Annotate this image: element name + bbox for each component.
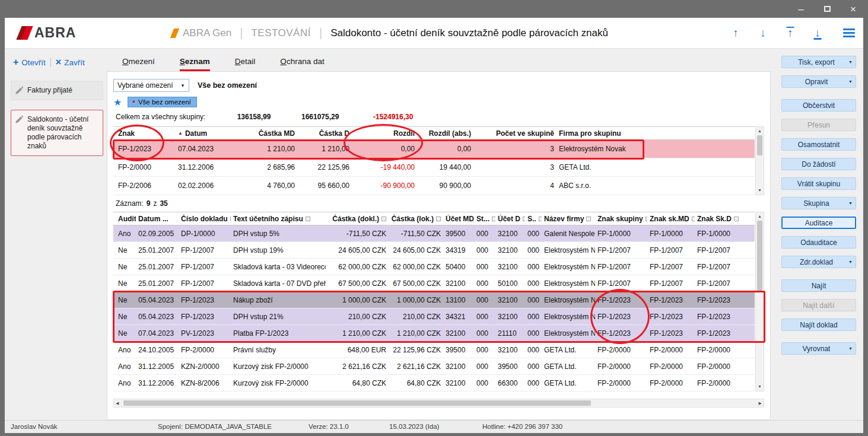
groups-grid-scrollbar[interactable]: ▲ ▼ (755, 126, 764, 195)
column-header-rozdil[interactable]: Rozdíl (352, 129, 417, 138)
action-button-najit[interactable]: Najít (781, 279, 856, 292)
column-header-datum[interactable]: ▲Datum (176, 129, 232, 138)
summary-md-total: 136158,99 (205, 113, 271, 121)
column-filter-box[interactable] (734, 217, 739, 221)
sidebar-item-saldokonto-ucetni-denik-souvzt[interactable]: Saldokonto - účetní deník souvztažně pod… (11, 110, 103, 156)
column-header-rozdil-abs[interactable]: Rozdíl (abs.) (417, 129, 473, 138)
column-header-ucet-d[interactable]: Účet D (495, 215, 525, 223)
table-row[interactable]: Ne25.01.2007FP-1/2007DPH vstup 19%24 605… (113, 242, 755, 259)
table-row[interactable]: FP-2/000031.12.20062 685,9622 125,96-19 … (113, 158, 755, 177)
maximize-button[interactable] (822, 4, 832, 14)
column-header-castka-d[interactable]: Částka D (297, 129, 352, 138)
sidebar-item-faktury-prijate[interactable]: Faktury přijaté (11, 81, 103, 100)
scroll-down-icon[interactable]: ▼ (758, 383, 762, 390)
tab-detail[interactable]: Detail (235, 57, 256, 71)
cell-nazev-firmy: GETA Ltd. (542, 362, 595, 371)
table-row[interactable]: Ne05.04.2023FP-1/2023DPH vstup 21%210,00… (113, 308, 755, 325)
nav-down-icon[interactable]: ↓ (756, 26, 770, 40)
star-icon[interactable]: ★ (113, 97, 122, 108)
table-row[interactable]: Ano31.12.2005KZN-2/0000Kurzový zisk FP-2… (113, 358, 755, 375)
table-row[interactable]: Ne25.01.2007FP-1/2007Skladová karta - 03… (113, 259, 755, 275)
column-header-nazev-firmy[interactable]: Název firmy (542, 215, 595, 223)
column-header-castka-md[interactable]: Částka MD (232, 129, 297, 138)
column-header-castka-lok[interactable]: Částka (lok.) (389, 215, 443, 223)
action-button-vyrovnat[interactable]: Vyrovnat▼ (781, 342, 856, 355)
table-row[interactable]: Ano02.09.2005DP-1/0000DPH vstup 5%-711,5… (113, 225, 755, 242)
cell-datum: 07.04.2023 (136, 329, 179, 338)
column-header-pocet-ve-skupine[interactable]: Počet ve skupině (473, 129, 557, 138)
column-header-znak-sk-md[interactable]: Znak sk.MD (647, 215, 695, 223)
cell-audit: Ne (113, 296, 136, 304)
journal-grid-scrollbar[interactable]: ▲ ▼ (755, 212, 764, 392)
column-header-ucet-md[interactable]: Účet MD (443, 215, 474, 223)
cell-znak-sk-d: FP-2/0000 (695, 346, 739, 354)
column-header-cislo-dokladu[interactable]: Číslo dokladu (179, 215, 231, 223)
action-button-label: Tisk, export (798, 58, 835, 66)
left-panel: + Otevřít × Zavřít Faktury přijatéSaldok… (5, 49, 107, 420)
scrollbar-thumb[interactable] (757, 221, 762, 292)
column-header-s[interactable]: S.. (525, 215, 542, 223)
column-header-znak-sk-d[interactable]: Znak Sk.D (695, 215, 739, 223)
action-button-najit-dalsi[interactable]: Najít další (781, 299, 856, 311)
nav-last-icon[interactable]: ↓ (811, 26, 824, 40)
table-row[interactable]: Ne05.04.2023FP-1/2023Nákup zboží1 000,00… (113, 292, 755, 308)
action-button-osamostatnit[interactable]: Osamostatnit (781, 138, 856, 151)
nav-up-icon[interactable]: ↑ (729, 26, 742, 40)
action-button-do-zadosti[interactable]: Do žádostí (781, 158, 856, 170)
table-row[interactable]: FP-2/200602.02.20064 760,0095 660,00-90 … (113, 177, 755, 195)
table-row[interactable]: Ne25.01.2007FP-1/2007Skladová karta - 07… (113, 275, 755, 292)
column-header-audit[interactable]: Audit (113, 215, 136, 223)
tab-ochrana-dat[interactable]: Ochrana dat (280, 57, 324, 71)
nav-first-icon[interactable]: ↑ (784, 26, 797, 40)
tab-omezeni[interactable]: Omezení (122, 57, 155, 71)
column-header-castka-dokl[interactable]: Částka (dokl.) (326, 215, 389, 223)
column-header-text-ucetniho-zapisu[interactable]: Text účetního zápisu (231, 215, 326, 223)
tab-seznam[interactable]: Seznam (180, 57, 210, 71)
action-button-skupina[interactable]: Skupina▼ (781, 197, 856, 209)
action-button-odauditace[interactable]: Odauditace (781, 236, 856, 249)
column-filter-box[interactable] (381, 217, 386, 221)
column-filter-box[interactable] (586, 217, 591, 221)
column-header-znak-skupiny[interactable]: Znak skupiny (595, 215, 647, 223)
dropdown-arrow-icon: ▼ (848, 60, 853, 64)
scroll-right-icon[interactable]: ▶ (759, 401, 762, 406)
table-row[interactable]: Ne07.04.2023PV-1/2023Platba FP-1/20231 2… (113, 325, 755, 342)
action-button-tisk-export[interactable]: Tisk, export▼ (781, 56, 856, 68)
action-button-zdr-doklad[interactable]: Zdr.doklad▼ (781, 256, 856, 268)
action-button-najit-doklad[interactable]: Najít doklad (781, 319, 856, 331)
menu-icon[interactable] (843, 28, 855, 37)
column-filter-box[interactable] (306, 217, 310, 221)
column-header-datum[interactable]: Datum ... (136, 215, 179, 223)
table-row[interactable]: Ano24.10.2005FP-2/0000Právní služby648,0… (113, 342, 755, 358)
action-button-obcerstvit[interactable]: Občerstvit (781, 99, 856, 112)
minimize-button[interactable]: – (796, 4, 806, 14)
restriction-chip[interactable]: • Vše bez omezení (128, 97, 196, 107)
open-button[interactable]: + Otevřít (13, 57, 46, 68)
table-row[interactable]: FP-1/202307.04.20231 210,001 210,000,000… (113, 140, 755, 158)
scrollbar-thumb[interactable] (123, 400, 591, 406)
column-filter-box[interactable] (436, 217, 441, 221)
action-button-label: Skupina (803, 199, 829, 208)
cell-text-ucetniho-zapisu: DPH vstup 19% (231, 246, 326, 254)
scroll-left-icon[interactable]: ◀ (116, 401, 119, 406)
column-header-label: St... (476, 215, 489, 223)
action-button-vratit-skupinu[interactable]: Vrátit skupinu (781, 177, 856, 190)
cell-znak-sk-md: FP-2/0000 (647, 362, 695, 371)
column-header-firma-pro-skupinu[interactable]: Firma pro skupinu (557, 129, 732, 138)
cell-znak-skupiny: FP-1/2007 (595, 246, 647, 254)
scroll-up-icon[interactable]: ▲ (758, 128, 762, 135)
action-button-opravit[interactable]: Opravit▼ (781, 75, 856, 88)
horizontal-scrollbar[interactable]: ◀ ▶ (113, 399, 764, 408)
scroll-up-icon[interactable]: ▲ (758, 213, 762, 220)
action-button-auditace[interactable]: Auditace (781, 217, 856, 229)
plus-icon: + (13, 57, 18, 68)
column-header-znak[interactable]: Znak (113, 129, 176, 138)
table-row[interactable]: Ano31.12.2006KZN-8/2006Kurzový zisk FP-2… (113, 375, 755, 392)
close-tab-button[interactable]: × Zavřít (56, 57, 85, 68)
close-button[interactable]: × (848, 4, 859, 14)
column-header-st[interactable]: St... (474, 215, 495, 223)
scrollbar-thumb[interactable] (757, 135, 762, 155)
action-button-presun[interactable]: Přesun (781, 119, 856, 131)
restriction-dropdown[interactable]: Vybrané omezení ▼ (113, 79, 189, 92)
scroll-down-icon[interactable]: ▼ (758, 187, 762, 194)
